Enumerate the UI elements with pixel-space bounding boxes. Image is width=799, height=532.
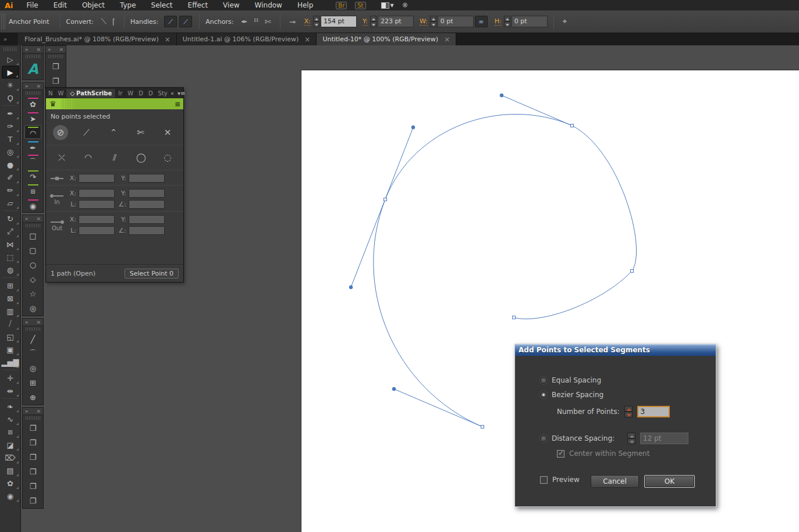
h-stepper[interactable] <box>504 16 510 27</box>
anchor-x-input[interactable] <box>79 174 115 183</box>
expand-panel-icon[interactable]: » <box>25 47 29 52</box>
connect-anchors-icon[interactable]: ⠛ <box>253 17 259 26</box>
select-bounds-icon[interactable]: ⌖ <box>563 17 567 26</box>
butterfly-plugin-tool[interactable]: ✿ <box>2 477 19 490</box>
select-point-button[interactable]: Select Point 0 <box>125 269 179 279</box>
center-within-segment-checkbox[interactable] <box>557 450 564 458</box>
corner-point-icon[interactable]: ⌃ <box>105 125 122 140</box>
artboard-tool[interactable]: ✛ <box>2 372 19 384</box>
panel-grip[interactable] <box>26 91 40 95</box>
panel-tab[interactable]: N <box>46 90 55 97</box>
panel-grip[interactable] <box>48 55 63 58</box>
mesh-tool[interactable]: ⊠ <box>2 292 19 305</box>
pen-tool[interactable]: ✒ <box>2 107 19 120</box>
x-input[interactable]: 154 pt <box>321 16 357 27</box>
points-ellipse-icon[interactable]: ◌ <box>159 150 176 165</box>
ellipse-tool[interactable]: ● <box>2 158 19 171</box>
shape-builder-tool[interactable]: ◍ <box>2 263 19 276</box>
graph-tool[interactable]: ▂▅▇ <box>2 356 19 369</box>
gradient-tool[interactable]: ▥ <box>2 305 19 317</box>
brush-folder-icon[interactable]: ❐ <box>24 494 41 508</box>
direct-selection-tool[interactable]: ▶ <box>2 66 19 78</box>
lasso-tool[interactable]: Ϙ <box>2 91 19 104</box>
link-dimensions-icon[interactable]: ∞ <box>475 16 488 27</box>
panel-menu-icon[interactable]: ▾≡ <box>177 90 185 97</box>
square-icon[interactable]: □ <box>24 228 41 242</box>
w-input[interactable]: 0 pt <box>438 16 474 27</box>
brush-folder-icon[interactable]: ❐ <box>24 435 41 449</box>
brush-folder-icon[interactable]: ❐ <box>24 450 41 464</box>
flatten-handles-icon[interactable]: ✕ <box>159 125 176 140</box>
collapse-panels-icon[interactable]: « <box>171 90 174 97</box>
expand-panel-icon[interactable]: » <box>48 47 51 52</box>
st-button[interactable]: St <box>355 2 365 9</box>
ruler-plugin-tool[interactable]: ▤ <box>2 464 19 477</box>
expand-panel-icon[interactable]: » <box>25 408 29 414</box>
sync-settings-icon[interactable]: ❋ <box>402 1 408 9</box>
tab-close-icon[interactable]: × <box>165 35 171 44</box>
tab-close-icon[interactable]: × <box>444 35 450 44</box>
y-stepper[interactable] <box>370 16 377 27</box>
w-stepper[interactable] <box>430 16 436 27</box>
menu-type[interactable]: Type <box>112 1 144 9</box>
expand-panel-icon[interactable]: » <box>25 319 29 325</box>
library-folder-icon[interactable]: ❐ <box>47 74 64 88</box>
width-tool[interactable]: ⋈ <box>2 238 19 251</box>
expand-panel-icon[interactable]: » <box>25 83 29 89</box>
dialog-title-bar[interactable]: Add Points to Selected Segments <box>515 344 716 356</box>
curve-plugin-tool[interactable]: ∿ <box>2 413 19 426</box>
toolbar-grip[interactable] <box>3 47 17 51</box>
brush-plugin-tool[interactable]: ❧ <box>2 400 19 413</box>
preview-checkbox[interactable] <box>540 476 548 484</box>
convert-to-corner-icon[interactable]: ⟍ <box>101 17 106 26</box>
hide-handles-button[interactable]: ⟋ <box>179 16 192 27</box>
brush-folder-icon[interactable]: ❐ <box>24 479 41 493</box>
ok-button[interactable]: OK <box>644 475 695 488</box>
banner-menu-icon[interactable]: ≡ <box>175 100 180 108</box>
eyedropper-tool[interactable]: ⧸ <box>2 317 19 330</box>
remove-anchor-icon[interactable]: ✒ <box>241 17 247 26</box>
number-of-points-stepper[interactable] <box>624 406 633 417</box>
anchor-y-input[interactable] <box>129 174 165 183</box>
select-box-tool-icon[interactable]: ⧈ <box>24 183 41 197</box>
menu-object[interactable]: Object <box>74 1 112 9</box>
equal-spacing-option[interactable]: Equal Spacing <box>540 376 601 384</box>
in-x-input[interactable] <box>79 189 115 198</box>
bezier-spacing-option[interactable]: Bezier Spacing <box>540 391 603 399</box>
tab-pathscribe[interactable]: ◇ PathScribe <box>66 89 116 98</box>
distance-spacing-option[interactable]: Distance Spacing: 12 pt <box>540 433 688 444</box>
arc-icon[interactable]: ⌒ <box>24 347 41 360</box>
rotate-tool[interactable]: ↻ <box>2 212 19 225</box>
panel-tab[interactable]: Sty <box>156 90 171 97</box>
show-handles-button[interactable]: ⟋ <box>164 16 177 27</box>
type-tool[interactable]: T <box>2 133 19 145</box>
flare-icon[interactable]: ◎ <box>24 301 41 315</box>
brush-folder-icon[interactable]: ❐ <box>24 465 41 479</box>
retract-handles-icon[interactable]: ⤫ <box>53 150 70 165</box>
close-icon[interactable]: × <box>36 408 41 414</box>
spiral-zoom-tool-icon[interactable]: ◉ <box>24 198 41 212</box>
symbol-sprayer-tool[interactable]: ▣ <box>2 343 19 356</box>
spiral-zoom-plugin-tool[interactable]: ◉ <box>2 490 19 502</box>
paintbrush-tool[interactable]: ✐ <box>2 171 19 184</box>
number-of-points-input[interactable]: 3 <box>637 406 670 417</box>
pathscribe-tool-icon[interactable]: ◠ <box>24 125 41 139</box>
library-folder-icon[interactable]: ❐ <box>47 59 64 73</box>
in-length-input[interactable] <box>79 200 115 209</box>
free-transform-tool[interactable]: ⬚ <box>2 251 19 263</box>
blend-tool[interactable]: ◱ <box>2 330 19 343</box>
pencil-tool[interactable]: ✏ <box>2 184 19 197</box>
cut-path-icon[interactable]: ✄ <box>132 125 150 140</box>
curvature-tool[interactable]: ✑ <box>2 120 19 133</box>
perspective-grid-tool[interactable]: ⊞ <box>2 279 19 292</box>
menu-file[interactable]: File <box>19 1 46 9</box>
document-tab[interactable]: Untitled-10* @ 100% (RGB/Preview)× <box>317 33 456 45</box>
close-icon[interactable]: × <box>59 47 63 52</box>
selection-tool[interactable]: ▷ <box>2 53 19 66</box>
expand-panel-icon[interactable]: » <box>25 216 29 222</box>
ellipse-icon[interactable]: ○ <box>24 258 41 272</box>
cut-path-icon[interactable]: ✄ <box>265 17 271 26</box>
panel-tab[interactable]: D <box>146 90 156 97</box>
pathscribe-banner[interactable]: ♛ ≡ <box>46 98 183 109</box>
close-path-icon[interactable]: ◯ <box>133 150 150 165</box>
